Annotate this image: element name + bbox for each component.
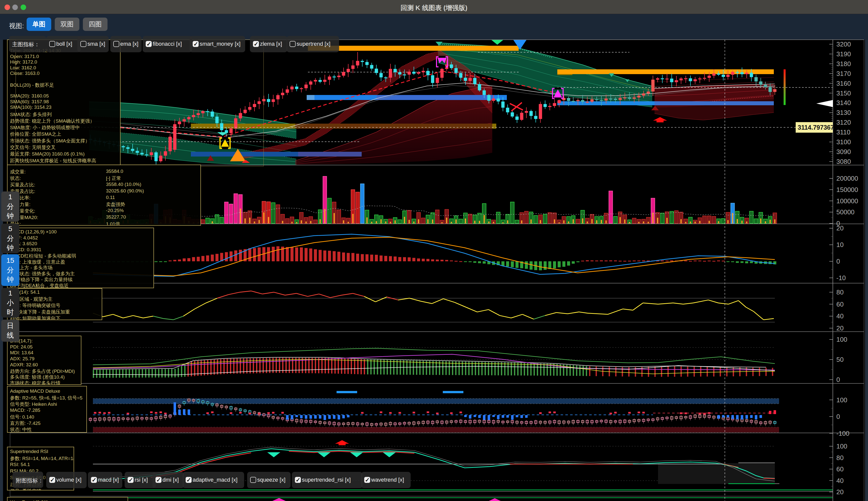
svg-text:0: 0: [836, 413, 840, 420]
svg-text:60: 60: [836, 300, 844, 308]
svg-text:3114.7973679: 3114.7973679: [798, 124, 838, 131]
svg-text:100: 100: [836, 336, 847, 343]
svg-text:150000: 150000: [836, 186, 858, 193]
svg-text:40: 40: [836, 312, 844, 320]
svg-text:3160: 3160: [836, 79, 851, 87]
svg-text:100: 100: [836, 443, 847, 450]
svg-text:60: 60: [836, 465, 844, 473]
svg-text:3200: 3200: [836, 41, 851, 48]
svg-text:3150: 3150: [836, 89, 851, 97]
svg-text:80: 80: [836, 454, 844, 461]
svg-text:-100: -100: [836, 430, 849, 437]
svg-text:3120: 3120: [836, 119, 851, 126]
svg-text:3170: 3170: [836, 70, 851, 77]
svg-text:3080: 3080: [836, 158, 851, 165]
svg-text:80: 80: [836, 288, 844, 296]
svg-text:3090: 3090: [836, 148, 851, 156]
svg-text:40: 40: [836, 477, 844, 484]
svg-text:10: 10: [836, 241, 844, 248]
svg-text:3140: 3140: [836, 99, 851, 107]
svg-text:3190: 3190: [836, 50, 851, 58]
svg-text:20: 20: [836, 488, 844, 496]
svg-text:20: 20: [836, 224, 844, 232]
svg-text:50000: 50000: [836, 208, 855, 216]
svg-text:3110: 3110: [836, 128, 850, 136]
svg-text:100000: 100000: [836, 197, 858, 205]
svg-text:50: 50: [836, 356, 844, 363]
svg-text:3100: 3100: [836, 138, 851, 146]
svg-text:-10: -10: [836, 274, 846, 282]
svg-text:200000: 200000: [836, 174, 858, 182]
svg-text:0: 0: [836, 376, 840, 383]
svg-text:3180: 3180: [836, 60, 851, 67]
svg-text:3130: 3130: [836, 109, 851, 116]
svg-text:0: 0: [836, 257, 840, 265]
svg-text:100: 100: [836, 396, 847, 404]
svg-text:20: 20: [836, 324, 844, 332]
